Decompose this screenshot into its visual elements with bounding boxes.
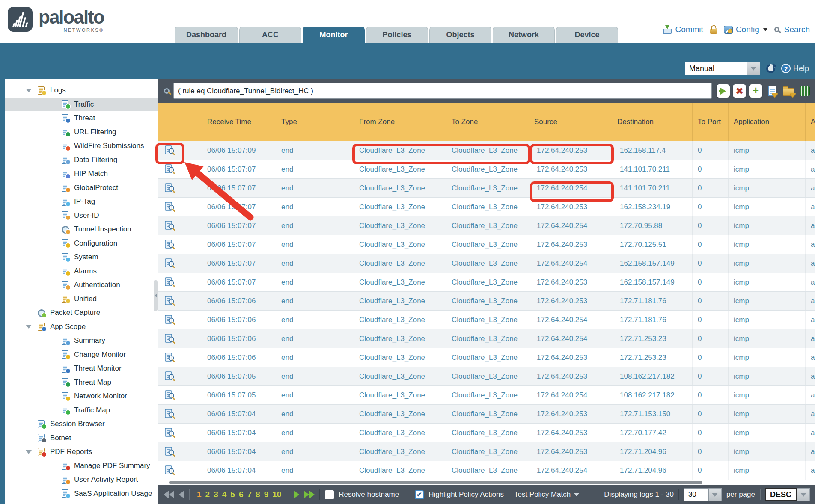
- row-destination[interactable]: 108.162.217.182: [612, 367, 693, 385]
- row-destination[interactable]: 172.70.95.88: [612, 216, 693, 235]
- row-destination[interactable]: 162.158.157.149: [612, 273, 693, 291]
- row-to-zone[interactable]: Cloudflare_L3_Zone: [446, 198, 529, 216]
- row-source[interactable]: 172.64.240.254: [529, 329, 612, 348]
- table-row[interactable]: 06/06 15:07:07 end Cloudflare_L3_Zone Cl…: [158, 273, 815, 292]
- row-source[interactable]: 172.64.240.253: [529, 292, 612, 310]
- row-application[interactable]: icmp: [729, 254, 806, 273]
- sidebar-item-ip-tag[interactable]: IP-Tag: [5, 195, 158, 209]
- log-detail-button[interactable]: [158, 160, 181, 178]
- row-to-port[interactable]: 0: [693, 405, 729, 423]
- page-number[interactable]: 7: [247, 490, 252, 499]
- column-header[interactable]: Receive Time: [202, 103, 276, 141]
- sidebar-item-threat-monitor[interactable]: Threat Monitor: [5, 362, 158, 376]
- log-detail-button[interactable]: [158, 292, 181, 310]
- horizontal-scrollbar[interactable]: [158, 480, 815, 485]
- sidebar-item-alarms[interactable]: Alarms: [5, 264, 158, 279]
- row-type[interactable]: end: [276, 292, 354, 310]
- page-number[interactable]: 8: [256, 490, 260, 499]
- row-source[interactable]: 172.64.240.253: [529, 198, 612, 216]
- row-type[interactable]: end: [276, 179, 354, 197]
- row-to-port[interactable]: 0: [693, 329, 729, 348]
- row-source[interactable]: 172.64.240.253: [529, 273, 612, 291]
- row-action[interactable]: a: [806, 329, 815, 348]
- row-source[interactable]: 172.64.240.253: [529, 442, 612, 461]
- row-to-zone[interactable]: Cloudflare_L3_Zone: [446, 235, 529, 254]
- row-type[interactable]: end: [276, 216, 354, 235]
- sidebar-item-manage-pdf-summary[interactable]: Manage PDF Summary: [5, 459, 158, 473]
- row-application[interactable]: icmp: [729, 367, 806, 385]
- per-page-select[interactable]: 30: [684, 488, 722, 501]
- row-to-zone[interactable]: Cloudflare_L3_Zone: [446, 348, 529, 367]
- table-row[interactable]: 06/06 15:07:05 end Cloudflare_L3_Zone Cl…: [158, 386, 815, 405]
- log-detail-button[interactable]: [158, 273, 181, 291]
- tab-acc[interactable]: ACC: [239, 27, 301, 43]
- row-to-zone[interactable]: Cloudflare_L3_Zone: [446, 216, 529, 235]
- column-header[interactable]: [181, 103, 202, 141]
- config-menu-button[interactable]: Config: [724, 25, 767, 34]
- tab-objects[interactable]: Objects: [429, 27, 491, 43]
- row-action[interactable]: a: [806, 348, 815, 367]
- row-from-zone[interactable]: Cloudflare_L3_Zone: [354, 348, 446, 367]
- table-row[interactable]: 06/06 15:07:04 end Cloudflare_L3_Zone Cl…: [158, 442, 815, 461]
- log-detail-button[interactable]: [158, 235, 181, 254]
- add-filter-button[interactable]: +: [749, 84, 762, 98]
- row-action[interactable]: a: [806, 254, 815, 273]
- log-detail-button[interactable]: [158, 141, 181, 160]
- row-destination[interactable]: 172.70.177.42: [612, 424, 693, 442]
- sidebar-item-traffic-map[interactable]: Traffic Map: [5, 403, 158, 418]
- row-destination[interactable]: 162.158.157.149: [612, 254, 693, 273]
- sidebar-item-pdf-reports[interactable]: PDF Reports: [5, 445, 158, 459]
- table-row[interactable]: 06/06 15:07:06 end Cloudflare_L3_Zone Cl…: [158, 348, 815, 367]
- row-from-zone[interactable]: Cloudflare_L3_Zone: [354, 141, 446, 160]
- sidebar-item-configuration[interactable]: Configuration: [5, 237, 158, 251]
- row-source[interactable]: 172.64.240.253: [529, 348, 612, 367]
- row-from-zone[interactable]: Cloudflare_L3_Zone: [354, 292, 446, 310]
- row-action[interactable]: a: [806, 216, 815, 235]
- row-source[interactable]: 172.64.240.254: [529, 179, 612, 197]
- search-button[interactable]: Search: [774, 25, 810, 34]
- row-application[interactable]: icmp: [729, 461, 806, 480]
- row-to-port[interactable]: 0: [693, 198, 729, 216]
- table-row[interactable]: 06/06 15:07:06 end Cloudflare_L3_Zone Cl…: [158, 311, 815, 329]
- table-row[interactable]: 06/06 15:07:09 end Cloudflare_L3_Zone Cl…: [158, 141, 815, 160]
- log-detail-button[interactable]: [158, 386, 181, 404]
- sidebar-item-logs[interactable]: Logs: [5, 83, 158, 98]
- row-from-zone[interactable]: Cloudflare_L3_Zone: [354, 179, 446, 197]
- page-number[interactable]: 4: [222, 490, 227, 499]
- tab-monitor[interactable]: Monitor: [303, 27, 365, 43]
- row-type[interactable]: end: [276, 442, 354, 461]
- row-from-zone[interactable]: Cloudflare_L3_Zone: [354, 273, 446, 291]
- row-to-port[interactable]: 0: [693, 311, 729, 329]
- tree-expand-caret-icon[interactable]: [26, 89, 38, 92]
- row-destination[interactable]: 172.71.204.96: [612, 461, 693, 480]
- sidebar-item-data-filtering[interactable]: Data Filtering: [5, 153, 158, 167]
- row-application[interactable]: icmp: [729, 292, 806, 310]
- sidebar-item-globalprotect[interactable]: GlobalProtect: [5, 181, 158, 195]
- row-destination[interactable]: 172.71.253.23: [612, 329, 693, 348]
- log-detail-button[interactable]: [158, 179, 181, 197]
- row-to-port[interactable]: 0: [693, 235, 729, 254]
- column-header[interactable]: Destination: [612, 103, 693, 141]
- sidebar-item-threat[interactable]: Threat: [5, 111, 158, 125]
- refresh-interval-select[interactable]: Manual: [685, 62, 760, 75]
- row-to-port[interactable]: 0: [693, 254, 729, 273]
- row-to-port[interactable]: 0: [693, 424, 729, 442]
- horizontal-scrollbar-thumb[interactable]: [169, 481, 702, 484]
- log-detail-button[interactable]: [158, 329, 181, 348]
- page-number[interactable]: 9: [264, 490, 269, 499]
- log-detail-button[interactable]: [158, 216, 181, 235]
- row-from-zone[interactable]: Cloudflare_L3_Zone: [354, 461, 446, 480]
- row-from-zone[interactable]: Cloudflare_L3_Zone: [354, 216, 446, 235]
- sidebar-item-wildfire-submissions[interactable]: WildFire Submissions: [5, 139, 158, 153]
- refresh-icon[interactable]: [764, 62, 777, 75]
- row-destination[interactable]: 108.162.217.182: [612, 386, 693, 404]
- row-destination[interactable]: 162.158.117.4: [612, 141, 693, 160]
- filter-builder-button[interactable]: [765, 84, 779, 98]
- row-to-port[interactable]: 0: [693, 141, 729, 160]
- first-page-button[interactable]: [164, 491, 174, 498]
- row-destination[interactable]: 162.158.234.19: [612, 198, 693, 216]
- row-to-zone[interactable]: Cloudflare_L3_Zone: [446, 254, 529, 273]
- sidebar-item-user-id[interactable]: User-ID: [5, 209, 158, 223]
- row-source[interactable]: 172.64.240.254: [529, 254, 612, 273]
- row-to-zone[interactable]: Cloudflare_L3_Zone: [446, 405, 529, 423]
